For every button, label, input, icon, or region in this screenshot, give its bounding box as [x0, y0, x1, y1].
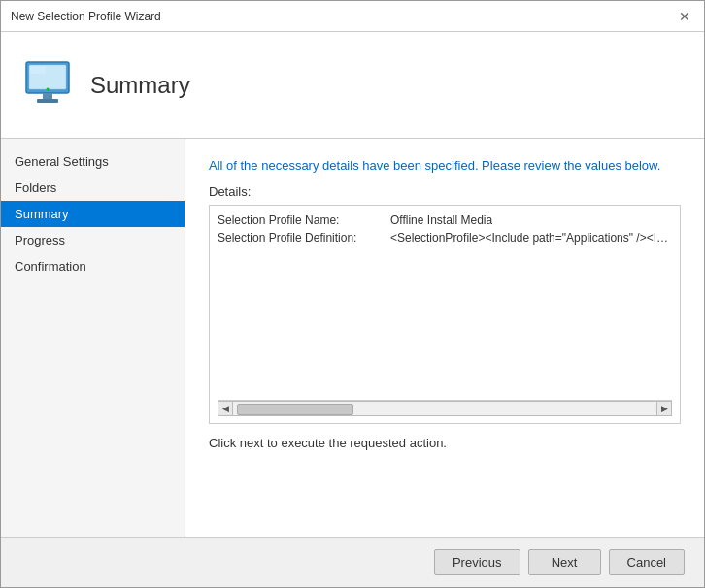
details-value-definition: <SelectionProfile><Include path="Applica…: [390, 231, 672, 245]
horizontal-scrollbar[interactable]: ◀ ▶: [218, 400, 672, 415]
scroll-right-arrow[interactable]: ▶: [656, 401, 672, 416]
details-key-definition: Selection Profile Definition:: [218, 231, 383, 245]
sidebar-item-progress[interactable]: Progress: [1, 227, 185, 253]
main-area: General Settings Folders Summary Progres…: [1, 139, 704, 537]
title-bar: New Selection Profile Wizard ✕: [1, 1, 704, 32]
svg-rect-3: [43, 93, 52, 99]
scroll-track[interactable]: [233, 401, 656, 416]
scroll-left-arrow[interactable]: ◀: [218, 401, 233, 416]
sidebar-item-confirmation[interactable]: Confirmation: [1, 253, 185, 279]
close-button[interactable]: ✕: [675, 9, 694, 24]
svg-point-5: [47, 87, 50, 90]
details-box: Selection Profile Name: Offline Install …: [209, 205, 681, 424]
previous-button[interactable]: Previous: [434, 549, 520, 575]
window-title: New Selection Profile Wizard: [11, 10, 161, 23]
page-title: Summary: [90, 72, 190, 99]
next-button[interactable]: Next: [528, 549, 601, 575]
content-area: All of the necessary details have been s…: [185, 139, 704, 537]
info-text: All of the necessary details have been s…: [209, 158, 681, 173]
svg-rect-2: [30, 66, 46, 74]
table-row: Selection Profile Name: Offline Install …: [218, 213, 672, 227]
sidebar-item-summary[interactable]: Summary: [1, 201, 185, 227]
sidebar-item-general-settings[interactable]: General Settings: [1, 148, 185, 175]
table-row: Selection Profile Definition: <Selection…: [218, 231, 672, 245]
svg-rect-4: [37, 99, 58, 103]
scroll-thumb[interactable]: [237, 404, 353, 415]
details-value-name: Offline Install Media: [390, 213, 492, 227]
sidebar-item-folders[interactable]: Folders: [1, 175, 185, 201]
wizard-window: New Selection Profile Wizard ✕ Summary: [0, 0, 705, 588]
details-key-name: Selection Profile Name:: [218, 213, 383, 227]
click-next-text: Click next to execute the requested acti…: [209, 436, 681, 450]
computer-icon: [20, 58, 75, 113]
details-label: Details:: [209, 184, 681, 199]
footer: Previous Next Cancel: [1, 537, 704, 587]
header-area: Summary: [1, 32, 704, 139]
sidebar: General Settings Folders Summary Progres…: [1, 139, 185, 537]
cancel-button[interactable]: Cancel: [609, 549, 685, 575]
